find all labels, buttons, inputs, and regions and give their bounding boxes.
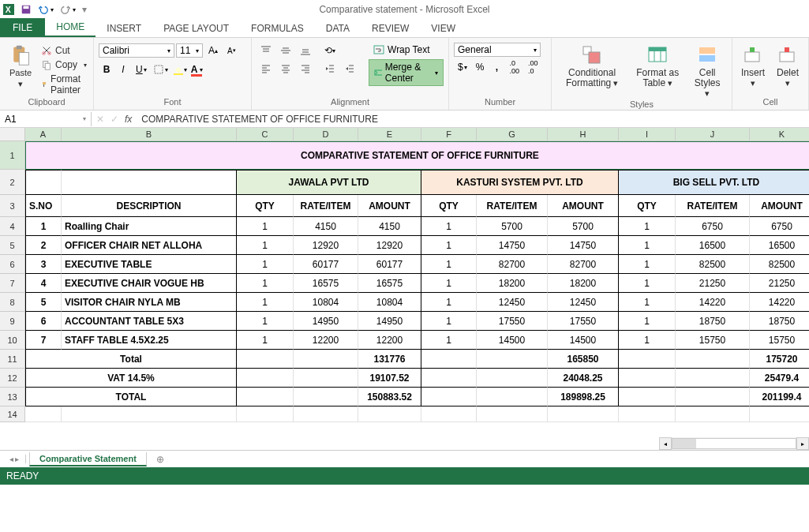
- scroll-left-button[interactable]: ◂: [659, 437, 672, 450]
- svg-rect-50: [699, 47, 715, 54]
- align-left-button[interactable]: [257, 61, 275, 77]
- column-header[interactable]: I: [619, 128, 676, 141]
- cell-styles-icon: [696, 44, 718, 66]
- formula-bar: A1▾ ✕ ✓ fx COMPARATIVE STATEMENT OF OFFI…: [0, 111, 809, 128]
- tab-file[interactable]: FILE: [0, 18, 45, 37]
- scroll-thumb[interactable]: [672, 439, 696, 448]
- tab-pagelayout[interactable]: PAGE LAYOUT: [152, 20, 240, 37]
- align-center-button[interactable]: [276, 61, 295, 77]
- tab-insert[interactable]: INSERT: [96, 20, 152, 37]
- column-header[interactable]: D: [294, 128, 358, 141]
- percent-button[interactable]: %: [472, 59, 489, 75]
- tab-review[interactable]: REVIEW: [361, 20, 420, 37]
- scissors-icon: [41, 45, 52, 56]
- svg-rect-47: [649, 47, 666, 51]
- align-middle-button[interactable]: [276, 43, 295, 58]
- decrease-font-button[interactable]: A▾: [223, 43, 240, 58]
- column-header[interactable]: H: [548, 128, 619, 141]
- svg-rect-14: [191, 74, 202, 77]
- bold-button[interactable]: B: [99, 62, 114, 77]
- orientation-button[interactable]: ⟲▾: [320, 43, 339, 58]
- format-painter-button[interactable]: Format Painter: [39, 73, 88, 96]
- group-font-label: Font: [99, 97, 246, 108]
- svg-rect-13: [174, 73, 183, 75]
- redo-button[interactable]: ▾: [60, 4, 76, 15]
- underline-button[interactable]: U▾: [132, 62, 151, 77]
- excel-icon[interactable]: X: [3, 4, 14, 15]
- delete-cells-button[interactable]: Delet▾: [772, 43, 803, 89]
- svg-rect-12: [155, 66, 163, 73]
- tab-home[interactable]: HOME: [45, 18, 96, 37]
- ribbon-tabs: FILE HOME INSERT PAGE LAYOUT FORMULAS DA…: [0, 19, 809, 38]
- wrap-icon: [373, 44, 384, 55]
- merge-center-button[interactable]: Merge & Center▾: [369, 59, 444, 86]
- tab-nav-next[interactable]: ▸: [15, 455, 19, 463]
- horizontal-scrollbar[interactable]: ◂ ▸: [659, 437, 809, 450]
- insert-cells-icon: [742, 44, 764, 66]
- spreadsheet-grid[interactable]: ABCDEFGHIJK1COMPARATIVE STATEMENT OF OFF…: [0, 128, 809, 450]
- save-icon[interactable]: [21, 4, 32, 15]
- format-as-table-button[interactable]: Format as Table ▾: [631, 43, 684, 90]
- currency-button[interactable]: $▾: [454, 59, 471, 75]
- borders-icon: [153, 64, 164, 75]
- column-header[interactable]: G: [477, 128, 548, 141]
- svg-rect-42: [374, 46, 384, 54]
- column-header[interactable]: B: [62, 128, 237, 141]
- scroll-right-button[interactable]: ▸: [796, 437, 809, 450]
- group-clipboard-label: Clipboard: [5, 97, 88, 108]
- svg-rect-10: [45, 63, 50, 69]
- increase-decimal-button[interactable]: .0.00: [505, 59, 523, 75]
- svg-rect-3: [24, 6, 29, 9]
- number-format-select[interactable]: General▾: [454, 43, 541, 57]
- cell-styles-button[interactable]: Cell Styles ▾: [687, 43, 727, 99]
- borders-button[interactable]: ▾: [152, 62, 170, 77]
- insert-cells-button[interactable]: Insert▾: [737, 43, 769, 89]
- align-right-button[interactable]: [296, 61, 315, 77]
- font-size-select[interactable]: 11▾: [176, 43, 203, 58]
- font-name-select[interactable]: Calibri▾: [99, 43, 174, 58]
- column-header[interactable]: J: [676, 128, 750, 141]
- italic-button[interactable]: I: [115, 62, 131, 77]
- wrap-text-button[interactable]: Wrap Text: [369, 43, 444, 57]
- font-color-button[interactable]: A▾: [189, 62, 205, 77]
- column-header[interactable]: A: [25, 128, 62, 141]
- increase-font-button[interactable]: A▴: [204, 43, 222, 58]
- copy-button[interactable]: Copy▾: [39, 58, 88, 71]
- title-cell[interactable]: COMPARATIVE STATEMENT OF OFFICE FURNITUR…: [25, 141, 809, 170]
- paste-icon: [9, 44, 32, 66]
- increase-indent-button[interactable]: [340, 61, 359, 77]
- group-alignment-label: Alignment: [257, 97, 444, 108]
- tab-data[interactable]: DATA: [315, 20, 361, 37]
- comma-button[interactable]: ,: [489, 59, 504, 75]
- cut-button[interactable]: Cut: [39, 44, 88, 57]
- column-header[interactable]: C: [237, 128, 294, 141]
- fill-color-button[interactable]: ▾: [170, 62, 189, 77]
- name-box[interactable]: A1▾: [0, 112, 92, 126]
- merge-icon: [374, 67, 382, 78]
- cancel-formula-icon[interactable]: ✕: [96, 114, 104, 125]
- paste-button[interactable]: Paste▾: [5, 43, 36, 90]
- conditional-formatting-button[interactable]: Conditional Formatting ▾: [556, 43, 627, 90]
- tab-formulas[interactable]: FORMULAS: [240, 20, 315, 37]
- align-top-button[interactable]: [257, 43, 275, 58]
- tab-view[interactable]: VIEW: [420, 20, 466, 37]
- ribbon: Paste▾ Cut Copy▾ Format Painter Clipboar…: [0, 38, 809, 111]
- column-header[interactable]: K: [750, 128, 809, 141]
- decrease-decimal-button[interactable]: .00.0: [524, 59, 542, 75]
- tab-nav-prev[interactable]: ◂: [9, 455, 13, 463]
- accept-formula-icon[interactable]: ✓: [110, 114, 118, 125]
- svg-rect-53: [750, 47, 755, 52]
- svg-rect-51: [699, 55, 715, 62]
- undo-button[interactable]: ▾: [38, 4, 54, 15]
- new-sheet-button[interactable]: ⊕: [150, 454, 170, 465]
- decrease-indent-button[interactable]: [320, 61, 339, 77]
- qat-custom-dropdown[interactable]: ▾: [82, 4, 87, 15]
- svg-rect-52: [745, 52, 759, 62]
- column-header[interactable]: F: [421, 128, 477, 141]
- sheet-tab-active[interactable]: Comparative Statement: [29, 452, 147, 466]
- formula-input[interactable]: COMPARATIVE STATEMENT OF OFFICE FURNITUR…: [137, 112, 809, 126]
- fx-button[interactable]: fx: [125, 114, 132, 125]
- align-bottom-button[interactable]: [296, 43, 315, 58]
- column-header[interactable]: E: [358, 128, 421, 141]
- fill-icon: [172, 64, 183, 75]
